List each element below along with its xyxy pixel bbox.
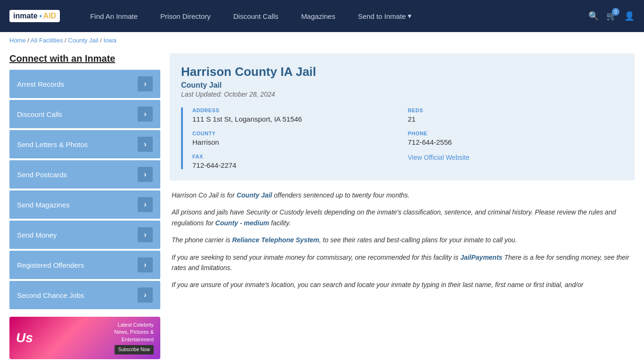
- address-label: ADDRESS: [192, 107, 408, 113]
- chevron-right-icon: ›: [138, 167, 153, 182]
- breadcrumb-home[interactable]: Home: [9, 37, 26, 44]
- sidebar-item-send-postcards[interactable]: Send Postcards ›: [9, 160, 160, 189]
- description-p3: The phone carrier is Reliance Telephone …: [172, 235, 633, 245]
- sidebar-item-registered-offenders[interactable]: Registered Offenders ›: [9, 251, 160, 279]
- view-official-website-link[interactable]: View Official Website: [408, 154, 470, 161]
- county-label: COUNTY: [192, 131, 408, 136]
- ad-text: Latest Celebrity News, Pictures & Entert…: [114, 321, 154, 354]
- chevron-right-icon: ›: [138, 227, 153, 242]
- nav-links: Find An Inmate Prison Directory Discount…: [79, 0, 588, 32]
- jail-payments-link[interactable]: JailPayments: [460, 254, 503, 261]
- sidebar-item-second-chance-jobs[interactable]: Second Chance Jobs ›: [9, 281, 160, 309]
- chevron-right-icon: ›: [138, 76, 153, 91]
- sidebar-title: Connect with an Inmate: [9, 53, 160, 64]
- phone-value: 712-644-2556: [408, 138, 452, 146]
- facility-card: Harrison County IA Jail County Jail Last…: [170, 53, 635, 181]
- ad-banner[interactable]: Us Latest Celebrity News, Pictures & Ent…: [9, 317, 160, 359]
- sidebar-item-discount-calls[interactable]: Discount Calls ›: [9, 100, 160, 128]
- nav-magazines[interactable]: Magazines: [290, 0, 347, 32]
- chevron-right-icon: ›: [138, 107, 153, 122]
- subscribe-button[interactable]: Subscribe Now: [115, 345, 154, 354]
- county-jail-link[interactable]: County Jail: [237, 191, 272, 199]
- chevron-right-icon: ›: [138, 257, 153, 272]
- main-content: Harrison County IA Jail County Jail Last…: [170, 53, 635, 359]
- details-col-right: BEDS 21 PHONE 712-644-2556 View Official…: [408, 107, 623, 169]
- search-button[interactable]: 🔍: [588, 11, 599, 21]
- chevron-right-icon: ›: [138, 137, 153, 152]
- sidebar-item-send-money[interactable]: Send Money ›: [9, 221, 160, 249]
- chevron-right-icon: ›: [138, 288, 153, 303]
- county-medium-link[interactable]: County - medium: [215, 219, 269, 227]
- detail-county: COUNTY Harrison: [192, 131, 408, 146]
- sidebar-item-arrest-records[interactable]: Arrest Records ›: [9, 70, 160, 98]
- detail-address: ADDRESS 111 S 1st St, Logansport, IA 515…: [192, 107, 408, 123]
- facility-type: County Jail: [181, 81, 623, 90]
- facility-title: Harrison County IA Jail: [181, 65, 623, 79]
- detail-website: View Official Website: [408, 154, 623, 161]
- description-p1: Harrison Co Jail is for County Jail offe…: [172, 190, 633, 200]
- logo-text: inmate: [13, 12, 38, 20]
- cart-button[interactable]: 🛒 0: [606, 11, 617, 21]
- nav-find-inmate[interactable]: Find An Inmate: [79, 0, 149, 32]
- detail-phone: PHONE 712-644-2556: [408, 131, 623, 146]
- facility-details: ADDRESS 111 S 1st St, Logansport, IA 515…: [181, 107, 623, 169]
- logo-bird-icon: ✦: [39, 14, 42, 19]
- reliance-telephone-link[interactable]: Reliance Telephone System: [232, 236, 319, 244]
- nav-send-to-inmate[interactable]: Send to Inmate ▾: [347, 0, 423, 32]
- sidebar-menu: Arrest Records › Discount Calls › Send L…: [9, 70, 160, 309]
- beds-label: BEDS: [408, 107, 623, 113]
- facility-last-updated: Last Updated: October 28, 2024: [181, 90, 623, 98]
- details-col-left: ADDRESS 111 S 1st St, Logansport, IA 515…: [192, 107, 408, 169]
- address-value: 111 S 1st St, Logansport, IA 51546: [192, 115, 302, 123]
- main-layout: Connect with an Inmate Arrest Records › …: [0, 49, 644, 362]
- facility-description: Harrison Co Jail is for County Jail offe…: [170, 190, 635, 290]
- fax-value: 712-644-2274: [192, 161, 236, 169]
- breadcrumb: Home / All Facilities / County Jail / Io…: [0, 32, 644, 49]
- description-p5: If you are unsure of your inmate's locat…: [172, 280, 633, 290]
- beds-value: 21: [408, 115, 416, 123]
- logo-aid: AID: [43, 12, 57, 20]
- dropdown-arrow-icon: ▾: [408, 12, 412, 20]
- county-value: Harrison: [192, 138, 219, 146]
- fax-label: FAX: [192, 154, 408, 159]
- description-p2: All prisons and jails have Security or C…: [172, 207, 633, 228]
- account-button[interactable]: 👤: [624, 11, 635, 21]
- logo[interactable]: inmate✦AID: [9, 10, 60, 22]
- cart-badge: 0: [612, 8, 619, 16]
- nav-icons: 🔍 🛒 0 👤: [588, 11, 635, 21]
- sidebar-item-send-magazines[interactable]: Send Magazines ›: [9, 190, 160, 219]
- breadcrumb-iowa[interactable]: Iowa: [103, 37, 116, 44]
- sidebar: Connect with an Inmate Arrest Records › …: [9, 53, 160, 359]
- sidebar-item-send-letters[interactable]: Send Letters & Photos ›: [9, 130, 160, 158]
- navbar: inmate✦AID Find An Inmate Prison Directo…: [0, 0, 644, 32]
- nav-prison-directory[interactable]: Prison Directory: [149, 0, 222, 32]
- nav-discount-calls[interactable]: Discount Calls: [222, 0, 290, 32]
- detail-fax: FAX 712-644-2274: [192, 154, 408, 169]
- breadcrumb-all-facilities[interactable]: All Facilities: [31, 37, 63, 44]
- ad-logo: Us: [16, 330, 33, 346]
- chevron-right-icon: ›: [138, 197, 153, 212]
- phone-label: PHONE: [408, 131, 623, 136]
- detail-beds: BEDS 21: [408, 107, 623, 123]
- description-p4: If you are seeking to send your inmate m…: [172, 252, 633, 273]
- breadcrumb-county-jail[interactable]: County Jail: [68, 37, 98, 44]
